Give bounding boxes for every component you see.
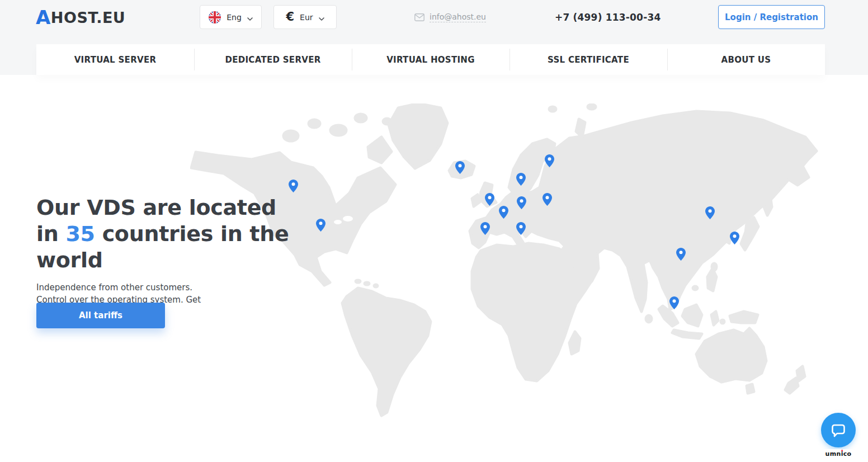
location-pin-icon xyxy=(480,222,490,235)
location-pin-icon xyxy=(516,173,526,186)
phone-number[interactable]: +7 (499) 113-00-34 xyxy=(555,0,661,35)
page: AHOST.EU Eng € Eur xyxy=(0,0,868,462)
hero-highlight-number: 35 xyxy=(65,221,95,246)
location-pin-icon xyxy=(705,206,715,219)
currency-selector[interactable]: € Eur xyxy=(273,5,337,29)
chevron-down-icon xyxy=(319,12,324,23)
location-pin-icon xyxy=(485,193,494,206)
envelope-icon xyxy=(414,13,424,21)
location-pin-icon xyxy=(730,232,739,244)
location-pin-icon xyxy=(289,180,298,192)
logo[interactable]: AHOST.EU xyxy=(36,6,125,29)
main-navigation: VIRTUAL SERVER DEDICATED SERVER VIRTUAL … xyxy=(36,44,825,75)
nav-item-virtual-hosting[interactable]: VIRTUAL HOSTING xyxy=(352,44,510,75)
location-pin-icon xyxy=(542,193,552,206)
all-tariffs-button[interactable]: All tariffs xyxy=(36,303,165,328)
email-text: info@ahost.eu xyxy=(430,12,486,22)
hero-section: Our VDS are located in 35 countries in t… xyxy=(36,195,350,318)
location-pin-icon xyxy=(499,206,508,219)
nav-item-dedicated-server[interactable]: DEDICATED SERVER xyxy=(194,44,352,75)
euro-icon: € xyxy=(286,11,294,23)
chat-bubble-icon xyxy=(829,421,847,439)
location-pin-icon xyxy=(516,222,526,235)
hero-title: Our VDS are located in 35 countries in t… xyxy=(36,195,350,274)
nav-item-virtual-server[interactable]: VIRTUAL SERVER xyxy=(36,44,194,75)
nav-item-ssl-certificate[interactable]: SSL CERTIFICATE xyxy=(510,44,667,75)
chat-widget-button[interactable] xyxy=(821,413,856,447)
language-selector[interactable]: Eng xyxy=(200,5,262,29)
uk-flag-icon xyxy=(209,11,221,23)
location-pin-icon xyxy=(676,248,686,261)
currency-value: Eur xyxy=(300,13,313,22)
location-pin-icon xyxy=(455,161,465,174)
location-pin-icon xyxy=(545,154,554,167)
login-registration-button[interactable]: Login / Registration xyxy=(718,5,825,29)
location-pin-icon xyxy=(517,196,526,209)
chevron-down-icon xyxy=(247,12,253,23)
logo-accent-letter: A xyxy=(36,8,51,27)
logo-text: HOST.EU xyxy=(51,10,125,25)
nav-item-about-us[interactable]: ABOUT US xyxy=(667,44,825,75)
language-value: Eng xyxy=(227,13,242,22)
location-pin-icon xyxy=(669,296,679,309)
chat-widget-label[interactable]: umnico xyxy=(821,449,856,459)
email-link[interactable]: info@ahost.eu xyxy=(414,0,486,35)
